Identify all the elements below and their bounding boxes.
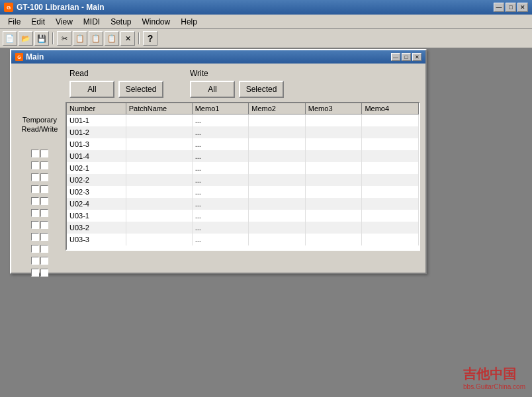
cell-patchname bbox=[126, 114, 192, 126]
write-checkbox[interactable] bbox=[40, 185, 48, 193]
read-checkbox[interactable] bbox=[31, 269, 39, 277]
maximize-button[interactable]: □ bbox=[506, 3, 516, 12]
save-button[interactable]: 💾 bbox=[34, 31, 49, 46]
cell-patchname bbox=[126, 150, 192, 162]
cell-number: U02-3 bbox=[67, 186, 126, 198]
watermark: 吉他中国 bbs.GuitarChina.com bbox=[463, 365, 525, 390]
table-row[interactable]: U02-3... bbox=[67, 186, 419, 198]
cell-memo2 bbox=[249, 174, 306, 186]
menu-help[interactable]: Help bbox=[175, 16, 202, 28]
cell-memo3 bbox=[305, 186, 362, 198]
paste2-button[interactable]: 📋 bbox=[105, 31, 119, 46]
write-checkbox[interactable] bbox=[40, 221, 48, 229]
checkbox-row bbox=[31, 243, 48, 255]
cell-memo3 bbox=[305, 150, 362, 162]
read-checkbox[interactable] bbox=[31, 185, 39, 193]
write-checkbox[interactable] bbox=[40, 269, 48, 277]
write-checkbox[interactable] bbox=[40, 257, 48, 265]
title-bar: G GT-100 Librarian - Main — □ ✕ bbox=[0, 0, 532, 15]
cell-memo1: ... bbox=[192, 210, 249, 222]
read-checkbox[interactable] bbox=[31, 197, 39, 205]
minimize-button[interactable]: — bbox=[494, 3, 504, 12]
table-row[interactable]: U02-2... bbox=[67, 174, 419, 186]
cell-memo4 bbox=[362, 114, 419, 126]
inner-maximize-button[interactable]: □ bbox=[402, 53, 411, 61]
checkbox-row bbox=[31, 267, 48, 279]
read-checkbox[interactable] bbox=[31, 233, 39, 241]
cell-memo4 bbox=[362, 150, 419, 162]
rw-section: Read All Selected Write All Selected bbox=[69, 69, 420, 98]
write-checkbox[interactable] bbox=[40, 197, 48, 205]
write-selected-button[interactable]: Selected bbox=[239, 81, 284, 98]
cell-number: U02-1 bbox=[67, 162, 126, 174]
cell-memo4 bbox=[362, 126, 419, 138]
menu-edit[interactable]: Edit bbox=[26, 16, 50, 28]
inner-close-button[interactable]: ✕ bbox=[412, 53, 421, 61]
cell-memo3 bbox=[305, 114, 362, 126]
paste-button[interactable]: 📋 bbox=[89, 31, 103, 46]
read-checkbox[interactable] bbox=[31, 209, 39, 217]
cell-memo4 bbox=[362, 162, 419, 174]
cell-memo1: ... bbox=[192, 234, 249, 245]
write-all-button[interactable]: All bbox=[190, 81, 235, 98]
table-row[interactable]: U02-4... bbox=[67, 198, 419, 210]
write-checkbox[interactable] bbox=[40, 233, 48, 241]
checkbox-row bbox=[31, 159, 48, 171]
table-row[interactable]: U02-1... bbox=[67, 162, 419, 174]
help-button[interactable]: ? bbox=[143, 31, 157, 46]
delete-button[interactable]: ✕ bbox=[120, 31, 135, 46]
inner-minimize-button[interactable]: — bbox=[391, 53, 400, 61]
cut-button[interactable]: ✂ bbox=[57, 31, 71, 46]
read-all-button[interactable]: All bbox=[69, 81, 114, 98]
inner-window-title: Main bbox=[26, 52, 44, 62]
read-checkbox[interactable] bbox=[31, 173, 39, 181]
write-checkbox[interactable] bbox=[40, 245, 48, 253]
table-row[interactable]: U01-3... bbox=[67, 138, 419, 150]
read-checkbox[interactable] bbox=[31, 245, 39, 253]
cell-number: U01-3 bbox=[67, 138, 126, 150]
cell-patchname bbox=[126, 126, 192, 138]
watermark-url: bbs.GuitarChina.com bbox=[463, 383, 525, 390]
read-group: Read All Selected bbox=[69, 69, 163, 98]
menu-view[interactable]: View bbox=[50, 16, 78, 28]
close-button[interactable]: ✕ bbox=[517, 3, 528, 12]
read-checkbox[interactable] bbox=[31, 221, 39, 229]
new-button[interactable]: 📄 bbox=[3, 31, 17, 46]
table-row[interactable]: U03-1... bbox=[67, 210, 419, 222]
menu-midi[interactable]: MIDI bbox=[78, 16, 105, 28]
table-row[interactable]: U01-2... bbox=[67, 126, 419, 138]
write-checkbox[interactable] bbox=[40, 209, 48, 217]
cell-memo2 bbox=[249, 162, 306, 174]
menu-window[interactable]: Window bbox=[137, 16, 176, 28]
read-selected-button[interactable]: Selected bbox=[118, 81, 163, 98]
write-checkbox[interactable] bbox=[40, 161, 48, 169]
table-row[interactable]: U01-1... bbox=[67, 114, 419, 126]
cell-memo2 bbox=[249, 222, 306, 234]
read-checkbox[interactable] bbox=[31, 150, 39, 157]
cell-number: U03-2 bbox=[67, 222, 126, 234]
write-checkbox[interactable] bbox=[40, 173, 48, 181]
table-scroll[interactable]: Number PatchName Memo1 Memo2 Memo3 Memo4… bbox=[67, 103, 419, 249]
cell-memo2 bbox=[249, 138, 306, 150]
menu-file[interactable]: File bbox=[3, 16, 26, 28]
read-checkbox[interactable] bbox=[31, 161, 39, 169]
cell-memo1: ... bbox=[192, 126, 249, 138]
cell-number: U01-1 bbox=[67, 114, 126, 126]
copy-button[interactable]: 📋 bbox=[73, 31, 87, 46]
menu-setup[interactable]: Setup bbox=[105, 16, 136, 28]
cell-patchname bbox=[126, 210, 192, 222]
open-button[interactable]: 📂 bbox=[19, 31, 33, 46]
temp-rw-label: Temporary Read/Write bbox=[22, 102, 58, 134]
write-checkbox[interactable] bbox=[40, 150, 48, 157]
table-row[interactable]: U01-4... bbox=[67, 150, 419, 162]
checkbox-row bbox=[31, 219, 48, 231]
read-checkbox[interactable] bbox=[31, 257, 39, 265]
cell-patchname bbox=[126, 162, 192, 174]
cell-number: U02-4 bbox=[67, 198, 126, 210]
cell-memo3 bbox=[305, 138, 362, 150]
patch-table-wrapper[interactable]: Number PatchName Memo1 Memo2 Memo3 Memo4… bbox=[66, 102, 420, 251]
patch-table: Number PatchName Memo1 Memo2 Memo3 Memo4… bbox=[67, 103, 419, 245]
table-row[interactable]: U03-3... bbox=[67, 234, 419, 245]
table-row[interactable]: U03-2... bbox=[67, 222, 419, 234]
cell-memo4 bbox=[362, 234, 419, 245]
